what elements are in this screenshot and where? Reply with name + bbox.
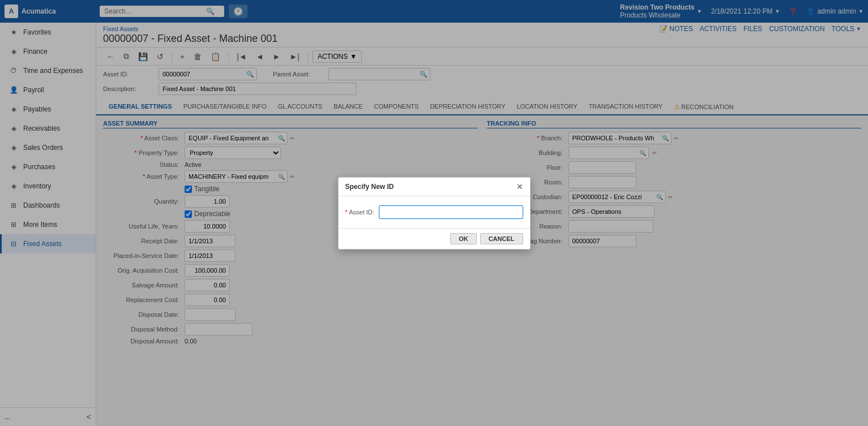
dialog-title: Specify New ID [345, 183, 394, 191]
dialog-footer: OK CANCEL [339, 228, 530, 249]
dialog-overlay: Specify New ID ✕ Asset ID: OK CANCEL [0, 0, 868, 426]
dialog-asset-id-input[interactable] [379, 205, 523, 219]
dialog-ok-button[interactable]: OK [450, 233, 477, 244]
dialog-close-button[interactable]: ✕ [516, 182, 523, 191]
dialog-body: Asset ID: [339, 196, 530, 228]
dialog-cancel-button[interactable]: CANCEL [480, 233, 523, 244]
dialog-header: Specify New ID ✕ [339, 178, 530, 196]
specify-new-id-dialog: Specify New ID ✕ Asset ID: OK CANCEL [338, 177, 531, 249]
dialog-asset-id-row: Asset ID: [345, 205, 523, 219]
dialog-asset-id-label: Asset ID: [345, 209, 374, 216]
